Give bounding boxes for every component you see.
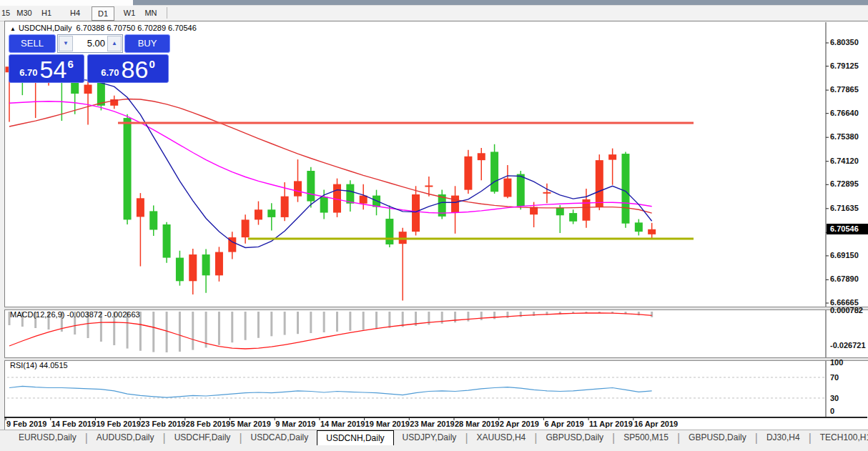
price-axis-label: 6.75380 xyxy=(830,132,859,141)
date-axis-label: 19 Feb 2019 xyxy=(96,420,140,428)
sell-price-prefix: 6.70 xyxy=(19,67,37,78)
timeframe-button-h1[interactable]: H1 xyxy=(37,6,56,19)
price-axis-label: 6.69150 xyxy=(830,251,859,259)
date-axis-label: 28 Feb 2019 xyxy=(186,420,230,428)
date-axis-label: 5 Mar 2019 xyxy=(231,420,271,428)
timeframe-button-w1[interactable]: W1 xyxy=(120,6,139,19)
volume-down-icon[interactable]: ▼ xyxy=(59,36,73,51)
macd-axis-label: -0.026721 xyxy=(830,341,866,350)
chart-tab-xauusd-h4[interactable]: XAUUSD,H4 xyxy=(468,430,535,446)
date-axis-label: 9 Mar 2019 xyxy=(275,420,315,428)
timeframe-button-mn[interactable]: MN xyxy=(142,6,160,19)
window-top-strip-slate xyxy=(133,0,868,6)
date-axis-label: 11 Apr 2019 xyxy=(589,420,633,428)
date-axis-label: 6 Apr 2019 xyxy=(544,420,583,428)
chart-tab-eurusd-daily[interactable]: EURUSD,Daily xyxy=(10,430,85,446)
chart-tab-dj30-h4[interactable]: DJ30,H4 xyxy=(758,430,809,446)
date-axis-label: 14 Feb 2019 xyxy=(51,420,96,428)
date-axis-label: 23 Feb 2019 xyxy=(141,420,185,428)
timeframe-button-m30[interactable]: M30 xyxy=(13,6,36,19)
volume-value[interactable]: 5.00 xyxy=(87,35,105,52)
date-axis-label: 23 Mar 2019 xyxy=(410,420,454,428)
rsi-indicator-label: RSI(14) 44.0515 xyxy=(10,361,68,370)
chart-ohlc-values: 6.70388 6.70750 6.70289 6.70546 xyxy=(77,24,197,32)
buy-price-pip: 0 xyxy=(149,58,154,70)
symbol-arrow-icon: ▲ xyxy=(10,26,16,32)
date-axis-label: 9 Feb 2019 xyxy=(6,420,46,428)
volume-up-icon[interactable]: ▲ xyxy=(107,36,122,51)
rsi-axis-label: 0 xyxy=(830,407,834,415)
chart-symbol: USDCNH,Daily xyxy=(19,24,72,32)
buy-button[interactable]: BUY xyxy=(124,34,170,53)
price-axis-label: 6.67890 xyxy=(830,274,859,283)
price-axis-label: 6.72895 xyxy=(830,179,859,188)
chart-tab-sp500-m15[interactable]: SP500,M15 xyxy=(615,430,677,446)
price-axis-label: 6.79125 xyxy=(830,61,859,70)
chart-tab-usdchf-daily[interactable]: USDCHF,Daily xyxy=(166,430,240,446)
price-axis-label: 6.71635 xyxy=(830,204,859,212)
chart-tab-usdcnh-daily[interactable]: USDCNH,Daily xyxy=(317,430,393,446)
toolbar-separator xyxy=(167,7,167,19)
sell-button[interactable]: SELL xyxy=(9,34,56,53)
date-axis-label: 28 Mar 2019 xyxy=(455,420,499,428)
price-axis-label: 6.74120 xyxy=(830,157,859,165)
rsi-axis-label: 100 xyxy=(830,358,843,367)
date-axis-label: 2 Apr 2019 xyxy=(500,420,539,428)
mt4-window: 15M30H1H4D1W1MN ▲USDCNH,Daily 6.70388 6.… xyxy=(0,0,868,451)
current-price-box: 6.70546 xyxy=(827,224,868,234)
one-click-trading-panel: SELL ▼ 5.00 ▲ BUY 6.70 54 6 6.70 86 0 xyxy=(9,34,169,83)
date-axis-label: 19 Mar 2019 xyxy=(365,420,410,428)
chart-tab-usdjpy-daily[interactable]: USDJPY,Daily xyxy=(394,430,465,446)
sell-price-pip: 6 xyxy=(67,58,73,70)
timeframe-button-h4[interactable]: H4 xyxy=(66,6,84,19)
date-axis-label: 16 Apr 2019 xyxy=(634,420,678,428)
bottom-strip xyxy=(0,445,868,451)
macd-indicator-label: MACD(12,26,9) -0.003872 -0.002663 xyxy=(10,310,140,319)
chart-tab-tech100-h1[interactable]: TECH100,H1 xyxy=(812,430,868,446)
timeframe-button-d1[interactable]: D1 xyxy=(92,6,114,21)
chart-tab-bar: EURUSD,Daily|AUDUSD,Daily|USDCHF,Daily|U… xyxy=(0,430,868,446)
chart-tab-usdcad-daily[interactable]: USDCAD,Daily xyxy=(242,430,317,446)
buy-price-prefix: 6.70 xyxy=(101,67,119,78)
timeframe-button-15[interactable]: 15 xyxy=(0,6,11,19)
rsi-pane-splitter[interactable] xyxy=(4,357,868,361)
timeframe-toolbar: 15M30H1H4D1W1MN xyxy=(0,6,868,21)
price-axis-label: 6.80350 xyxy=(830,38,859,46)
price-axis-label: 6.77865 xyxy=(830,85,859,94)
date-axis-label: 14 Mar 2019 xyxy=(320,420,365,428)
rsi-axis-label: 70 xyxy=(830,373,839,382)
volume-spinner[interactable]: ▼ 5.00 ▲ xyxy=(57,34,123,53)
macd-axis-label: 0.000782 xyxy=(830,306,863,314)
sell-price-box[interactable]: 6.70 54 6 xyxy=(9,54,84,83)
chart-title: ▲USDCNH,Daily 6.70388 6.70750 6.70289 6.… xyxy=(10,24,197,32)
chart-tab-audusd-daily[interactable]: AUDUSD,Daily xyxy=(88,430,163,446)
chart-tab-gbpusd-daily[interactable]: GBPUSD,Daily xyxy=(537,430,612,446)
chart-tab-gbpusd-daily[interactable]: GBPUSD,Daily xyxy=(680,430,755,446)
buy-price-big: 86 xyxy=(122,59,149,80)
price-axis-label: 6.76640 xyxy=(830,109,859,117)
rsi-axis-label: 30 xyxy=(830,394,839,402)
sell-price-big: 54 xyxy=(40,59,67,80)
buy-price-box[interactable]: 6.70 86 0 xyxy=(87,54,169,83)
